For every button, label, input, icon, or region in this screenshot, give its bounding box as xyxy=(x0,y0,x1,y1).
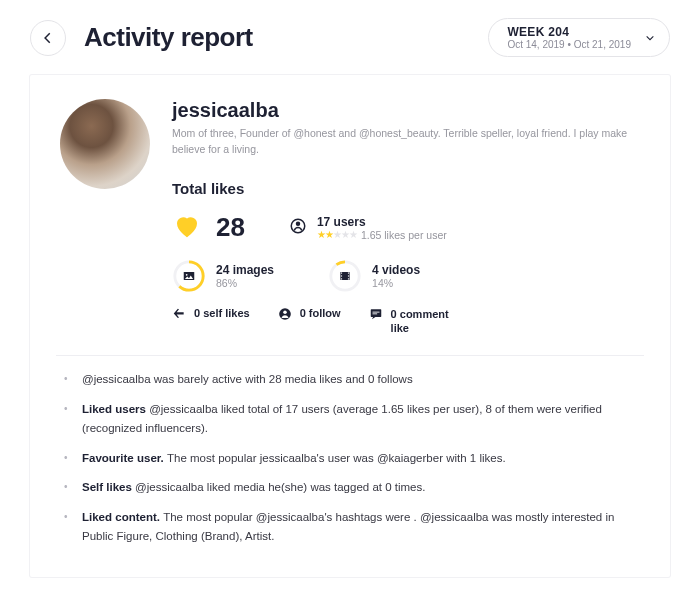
videos-pct: 14% xyxy=(372,277,420,289)
svg-rect-17 xyxy=(370,309,381,317)
images-pct: 86% xyxy=(216,277,274,289)
bullet-label: Favourite user. xyxy=(82,452,167,464)
self-likes-label: 0 self likes xyxy=(194,307,250,319)
chevron-down-icon xyxy=(645,29,655,47)
week-range: Oct 14, 2019 • Oct 21, 2019 xyxy=(507,39,631,50)
svg-rect-14 xyxy=(348,278,349,279)
username: jessicaalba xyxy=(172,99,640,122)
likes-per-user: 1.65 likes per user xyxy=(361,229,447,241)
bullet-label: Self likes xyxy=(82,481,135,493)
week-selector[interactable]: WEEK 204 Oct 14, 2019 • Oct 21, 2019 xyxy=(488,18,670,57)
comment-like-stat: 0 comment like xyxy=(369,307,451,336)
divider xyxy=(56,355,644,356)
list-item: @jessicaalba was barely active with 28 m… xyxy=(64,370,640,390)
heart-icon xyxy=(172,211,202,245)
follow-stat: 0 follow xyxy=(278,307,341,321)
videos-donut-icon xyxy=(328,259,362,293)
bullet-label: Liked content. xyxy=(82,511,163,523)
list-item: Self likes @jessicaalba liked media he(s… xyxy=(64,478,640,498)
bullet-text: @jessicaalba liked total of 17 users (av… xyxy=(82,403,602,435)
total-likes-value: 28 xyxy=(216,212,245,243)
bio: Mom of three, Founder of @honest and @ho… xyxy=(172,126,640,158)
svg-rect-10 xyxy=(341,275,342,276)
svg-point-5 xyxy=(186,273,188,275)
week-label: WEEK 204 xyxy=(507,25,631,39)
svg-rect-13 xyxy=(348,275,349,276)
follow-label: 0 follow xyxy=(300,307,341,319)
back-button[interactable] xyxy=(30,20,66,56)
svg-point-16 xyxy=(283,310,287,314)
images-count: 24 images xyxy=(216,263,274,277)
svg-rect-19 xyxy=(372,313,377,314)
page-title: Activity report xyxy=(84,22,253,53)
user-icon xyxy=(289,217,307,239)
users-count: 17 users xyxy=(317,215,447,229)
summary-list: @jessicaalba was barely active with 28 m… xyxy=(60,370,640,547)
svg-rect-9 xyxy=(341,272,342,273)
bullet-label: Liked users xyxy=(82,403,149,415)
avatar xyxy=(60,99,150,189)
star-rating-icon: ★★★★★ xyxy=(317,229,357,240)
videos-count: 4 videos xyxy=(372,263,420,277)
list-item: Favourite user. The most popular jessica… xyxy=(64,449,640,469)
bullet-text: @jessicaalba liked media he(she) was tag… xyxy=(135,481,425,493)
svg-rect-18 xyxy=(372,311,379,312)
section-total-likes: Total likes xyxy=(172,180,640,197)
svg-rect-11 xyxy=(341,278,342,279)
bullet-text: @jessicaalba was barely active with 28 m… xyxy=(82,373,413,385)
bullet-text: The most popular jessicaalba's user was … xyxy=(167,452,506,464)
comment-like-label: 0 comment like xyxy=(391,307,451,336)
self-likes-stat: 0 self likes xyxy=(172,307,250,321)
svg-rect-12 xyxy=(348,272,349,273)
list-item: Liked content. The most popular @jessica… xyxy=(64,508,640,547)
svg-point-1 xyxy=(296,222,299,225)
images-donut-icon xyxy=(172,259,206,293)
list-item: Liked users @jessicaalba liked total of … xyxy=(64,400,640,439)
